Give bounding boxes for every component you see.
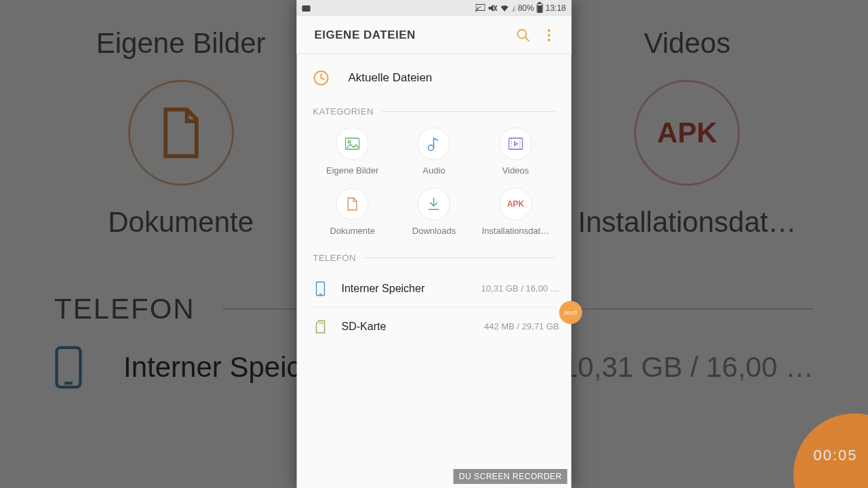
phone-section-header: TELEFON (297, 248, 572, 267)
battery-icon (536, 3, 542, 13)
category-label: Installationsdat… (481, 226, 549, 236)
svg-point-12 (348, 140, 351, 143)
category-label: Dokumente (330, 226, 374, 236)
recent-files-label: Aktuelle Dateien (349, 71, 433, 85)
category-label: Audio (422, 165, 445, 176)
category-downloads[interactable]: Downloads (393, 188, 475, 236)
sdcard-icon (315, 320, 326, 333)
mute-icon (488, 4, 497, 12)
more-options-button[interactable] (536, 22, 562, 48)
category-label: Eigene Bilder (326, 165, 378, 176)
search-button[interactable] (511, 22, 536, 48)
cast-icon (475, 4, 485, 12)
music-note-icon (427, 136, 441, 151)
recorder-timer-bubble[interactable]: 00:05 (559, 301, 583, 324)
download-icon (427, 197, 441, 211)
category-label: Videos (502, 165, 530, 176)
phone-icon (316, 281, 326, 296)
category-apk[interactable]: APK Installationsdat… (475, 188, 556, 236)
storage-internal[interactable]: Interner Speicher 10,31 GB / 16,00 … (309, 270, 559, 308)
apk-icon: APK (507, 199, 524, 209)
svg-point-8 (548, 34, 551, 37)
categories-grid: Eigene Bilder Audio Videos Dokumente Dow… (297, 121, 572, 239)
document-icon (347, 197, 359, 211)
phone-screen: 80% 13:18 EIGENE DATEIEN Aktuelle Dateie… (297, 0, 572, 488)
svg-point-9 (548, 39, 551, 41)
svg-rect-14 (509, 138, 522, 150)
image-icon (345, 137, 360, 150)
category-images[interactable]: Eigene Bilder (312, 127, 393, 176)
clock-icon (313, 70, 330, 86)
video-icon (508, 137, 523, 150)
storage-list: Interner Speicher 10,31 GB / 16,00 … SD-… (297, 267, 572, 345)
search-icon (516, 28, 531, 43)
svg-rect-18 (317, 282, 325, 296)
category-label: Downloads (412, 226, 456, 236)
storage-sdcard[interactable]: SD-Karte 442 MB / 29,71 GB (309, 308, 559, 345)
svg-point-13 (429, 145, 434, 150)
recorder-watermark: DU SCREEN RECORDER (454, 469, 568, 484)
more-vert-icon (543, 28, 555, 42)
category-documents[interactable]: Dokumente (312, 188, 393, 236)
signal-icon (511, 5, 515, 12)
categories-header: KATEGORIEN (297, 102, 572, 121)
svg-point-7 (548, 29, 551, 32)
clock: 13:18 (545, 3, 566, 13)
storage-name: Interner Speicher (342, 283, 468, 295)
storage-name: SD-Karte (342, 321, 471, 333)
wifi-icon (500, 4, 509, 12)
svg-line-6 (525, 37, 529, 41)
recording-icon (302, 5, 311, 12)
app-title: EIGENE DATEIEN (315, 28, 511, 42)
app-bar: EIGENE DATEIEN (297, 16, 572, 54)
category-audio[interactable]: Audio (393, 127, 475, 176)
status-bar: 80% 13:18 (297, 0, 572, 16)
storage-size: 10,31 GB / 16,00 … (481, 283, 559, 293)
category-videos[interactable]: Videos (475, 127, 556, 176)
storage-size: 442 MB / 29,71 GB (484, 321, 559, 331)
recent-files-row[interactable]: Aktuelle Dateien (297, 54, 572, 102)
battery-percent: 80% (517, 3, 534, 13)
content-area: Aktuelle Dateien KATEGORIEN Eigene Bilde… (297, 54, 572, 488)
